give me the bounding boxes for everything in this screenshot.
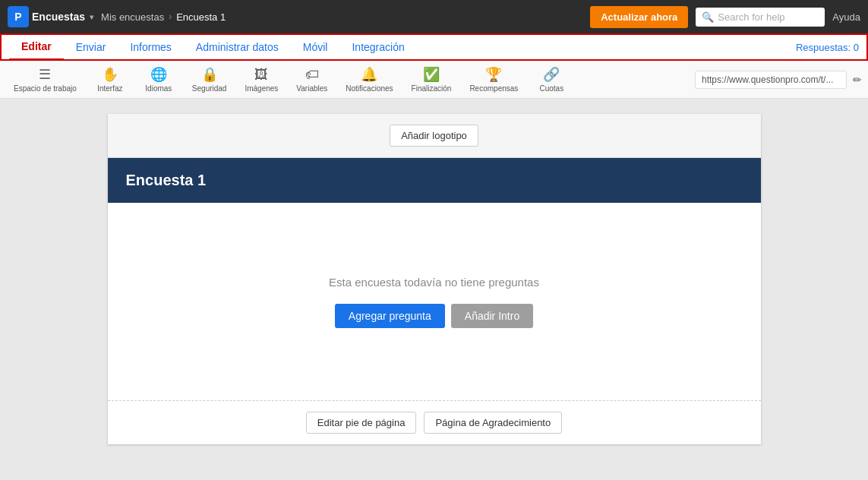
add-question-button[interactable]: Agregar pregunta [335, 304, 445, 328]
survey-body: Esta encuesta todavía no tiene preguntas… [108, 203, 761, 400]
survey-canvas: Añadir logotipo Encuesta 1 Esta encuesta… [108, 114, 761, 444]
variables-icon: 🏷 [305, 67, 319, 83]
survey-url: https://www.questionpro.com/t/... [695, 71, 847, 89]
notifications-icon: 🔔 [361, 66, 377, 83]
breadcrumb-current: Encuesta 1 [176, 11, 226, 23]
toolbar-variables[interactable]: 🏷 Variables [289, 64, 335, 96]
search-placeholder: Search for help [718, 11, 784, 23]
rewards-label: Recompensas [469, 84, 518, 93]
workspace-label: Espacio de trabajo [14, 84, 77, 93]
interface-label: Interfaz [97, 84, 122, 93]
security-label: Seguridad [192, 84, 227, 93]
toolbar-rewards[interactable]: 🏆 Recompensas [462, 63, 526, 96]
finalization-label: Finalización [412, 84, 452, 93]
toolbar-workspace[interactable]: ☰ Espacio de trabajo [6, 63, 84, 96]
languages-icon: 🌐 [150, 66, 167, 83]
quotas-label: Cuotas [539, 84, 563, 93]
languages-label: Idiomas [145, 84, 172, 93]
tab-editar[interactable]: Editar [9, 34, 64, 60]
survey-header: Encuesta 1 [108, 158, 761, 203]
toolbar-notifications[interactable]: 🔔 Notificaciones [338, 63, 400, 96]
variables-label: Variables [296, 84, 327, 93]
app-label: Encuestas [32, 11, 85, 23]
toolbar-images[interactable]: 🖼 Imágenes [237, 64, 286, 96]
tab-movil[interactable]: Móvil [291, 35, 340, 59]
tab-integracion[interactable]: Integración [339, 35, 416, 59]
top-navigation: P Encuestas ▾ Mis encuestas › Encuesta 1… [0, 0, 868, 33]
tab-bar: Editar Enviar Informes Administrar datos… [0, 33, 868, 61]
add-intro-button[interactable]: Añadir Intro [451, 304, 533, 328]
action-buttons: Agregar pregunta Añadir Intro [335, 304, 533, 328]
toolbar-interface[interactable]: ✋ Interfaz [87, 63, 133, 96]
survey-title: Encuesta 1 [126, 172, 743, 189]
main-content: Añadir logotipo Encuesta 1 Esta encuesta… [0, 99, 868, 480]
interface-icon: ✋ [102, 66, 118, 83]
toolbar-languages[interactable]: 🌐 Idiomas [136, 63, 181, 96]
edit-footer-button[interactable]: Editar pie de página [306, 412, 417, 434]
breadcrumb-separator: › [169, 11, 172, 22]
breadcrumb-mis-encuestas[interactable]: Mis encuestas [101, 11, 164, 23]
add-logo-bar: Añadir logotipo [108, 114, 761, 158]
toolbar-right: https://www.questionpro.com/t/... ✏ [695, 71, 862, 89]
rewards-icon: 🏆 [485, 66, 502, 83]
top-nav-right: Actualizar ahora 🔍 Search for help Ayuda [590, 6, 860, 28]
toolbar-quotas[interactable]: 🔗 Cuotas [529, 63, 574, 96]
search-box[interactable]: 🔍 Search for help [696, 8, 825, 27]
tab-informes[interactable]: Informes [118, 35, 183, 59]
images-icon: 🖼 [254, 67, 268, 83]
search-icon: 🔍 [702, 11, 714, 23]
tab-administrar-datos[interactable]: Administrar datos [184, 35, 291, 59]
quotas-icon: 🔗 [543, 66, 560, 83]
security-icon: 🔒 [201, 66, 218, 83]
thank-you-button[interactable]: Página de Agradecimiento [424, 412, 562, 434]
breadcrumb: Mis encuestas › Encuesta 1 [101, 11, 582, 23]
responses-count: 0 [854, 42, 859, 53]
toolbar-finalization[interactable]: ✅ Finalización [404, 63, 459, 96]
survey-footer: Editar pie de página Página de Agradecim… [108, 400, 761, 444]
edit-url-icon[interactable]: ✏ [853, 74, 862, 86]
workspace-icon: ☰ [39, 66, 51, 83]
logo-icon: P [8, 6, 29, 27]
responses-link[interactable]: Respuestas: 0 [796, 42, 859, 53]
tab-enviar[interactable]: Enviar [64, 35, 118, 59]
upgrade-button[interactable]: Actualizar ahora [590, 6, 688, 28]
logo-area[interactable]: P Encuestas ▾ [8, 6, 93, 27]
no-questions-text: Esta encuesta todavía no tiene preguntas [329, 276, 539, 289]
finalization-icon: ✅ [423, 66, 440, 83]
app-dropdown-icon[interactable]: ▾ [90, 13, 93, 21]
images-label: Imágenes [245, 84, 278, 93]
toolbar-security[interactable]: 🔒 Seguridad [185, 63, 235, 96]
toolbar: ☰ Espacio de trabajo ✋ Interfaz 🌐 Idioma… [0, 61, 868, 99]
notifications-label: Notificaciones [346, 84, 393, 93]
help-link[interactable]: Ayuda [832, 11, 860, 23]
add-logo-button[interactable]: Añadir logotipo [390, 125, 478, 147]
responses-label: Respuestas: [796, 42, 851, 53]
